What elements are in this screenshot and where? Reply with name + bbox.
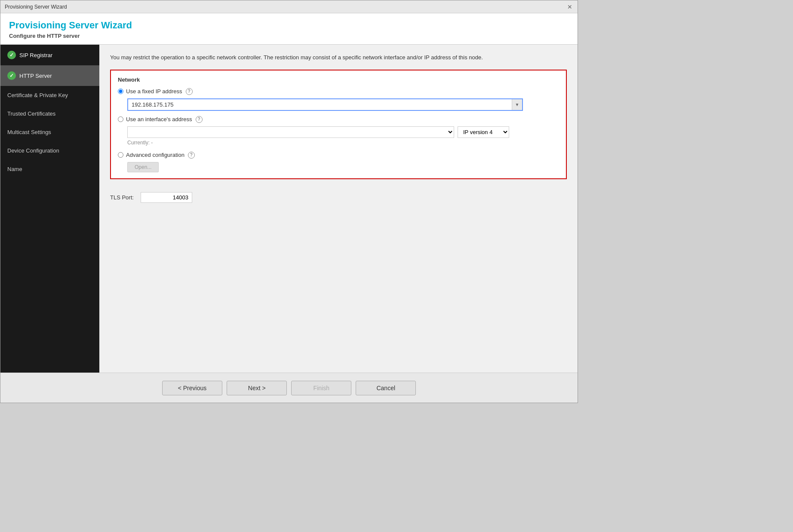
sidebar-label-sip-registrar: SIP Registrar	[19, 52, 52, 58]
sidebar: SIP Registrar HTTP Server Certificate & …	[0, 45, 99, 373]
interface-select[interactable]	[128, 127, 454, 138]
interface-radio[interactable]	[118, 116, 123, 122]
fixed-ip-radio[interactable]	[118, 89, 123, 94]
sidebar-label-name: Name	[7, 166, 22, 172]
ip-input-wrapper: ▼	[127, 98, 523, 111]
network-section-title: Network	[118, 76, 559, 83]
open-button[interactable]: Open...	[127, 162, 159, 172]
advanced-radio[interactable]	[118, 152, 123, 158]
next-button[interactable]: Next >	[227, 381, 287, 395]
sidebar-label-http-server: HTTP Server	[19, 73, 52, 79]
sidebar-label-certificate-private-key: Certificate & Private Key	[7, 92, 68, 98]
interface-radio-row: Use an interface's address ?	[118, 116, 559, 123]
tls-port-label: TLS Port:	[110, 194, 134, 201]
title-bar: Provisioning Server Wizard ✕	[0, 0, 578, 13]
ip-dropdown-arrow[interactable]: ▼	[512, 99, 522, 110]
footer: < Previous Next > Finish Cancel	[0, 373, 578, 403]
sidebar-label-multicast-settings: Multicast Settings	[7, 129, 51, 135]
content-area: SIP Registrar HTTP Server Certificate & …	[0, 45, 578, 373]
sidebar-item-certificate-private-key[interactable]: Certificate & Private Key	[0, 86, 99, 104]
ip-version-wrapper: IP version 4	[458, 126, 509, 138]
close-icon[interactable]: ✕	[566, 3, 573, 10]
title-bar-text: Provisioning Server Wizard	[5, 4, 67, 10]
sidebar-label-trusted-certificates: Trusted Certificates	[7, 110, 55, 117]
check-icon-http-server	[7, 71, 16, 80]
ip-version-select[interactable]: IP version 4	[458, 127, 509, 138]
interface-select-wrapper	[127, 126, 454, 138]
sidebar-item-sip-registrar[interactable]: SIP Registrar	[0, 45, 99, 65]
sidebar-item-multicast-settings[interactable]: Multicast Settings	[0, 123, 99, 141]
fixed-ip-radio-row: Use a fixed IP address ?	[118, 88, 559, 95]
advanced-radio-row: Advanced configuration ?	[118, 152, 559, 159]
ip-address-input[interactable]	[128, 99, 512, 110]
tls-port-row: TLS Port:	[110, 188, 567, 207]
description-text: You may restrict the operation to a spec…	[110, 53, 567, 62]
interface-label: Use an interface's address	[126, 116, 192, 122]
advanced-help-icon[interactable]: ?	[188, 152, 195, 159]
main-panel: You may restrict the operation to a spec…	[99, 45, 578, 373]
wizard-window: Provisioning Server Wizard ✕ Provisionin…	[0, 0, 578, 403]
sidebar-item-trusted-certificates[interactable]: Trusted Certificates	[0, 104, 99, 123]
advanced-label: Advanced configuration	[126, 152, 184, 158]
network-section: Network Use a fixed IP address ? ▼	[110, 70, 567, 179]
fixed-ip-help-icon[interactable]: ?	[186, 88, 193, 95]
interface-help-icon[interactable]: ?	[196, 116, 203, 123]
wizard-subtitle: Configure the HTTP server	[9, 33, 569, 39]
ip-input-row: ▼	[127, 98, 559, 111]
sidebar-item-http-server[interactable]: HTTP Server	[0, 65, 99, 86]
sidebar-label-device-configuration: Device Configuration	[7, 147, 59, 154]
finish-button[interactable]: Finish	[291, 381, 351, 395]
check-icon-sip-registrar	[7, 51, 16, 59]
previous-button[interactable]: < Previous	[162, 381, 223, 395]
currently-text: Currently: -	[127, 140, 559, 146]
sidebar-item-name[interactable]: Name	[0, 160, 99, 178]
sidebar-item-device-configuration[interactable]: Device Configuration	[0, 141, 99, 160]
interface-select-row: IP version 4	[127, 126, 559, 138]
tls-port-input[interactable]	[141, 192, 192, 203]
cancel-button[interactable]: Cancel	[356, 381, 416, 395]
fixed-ip-label: Use a fixed IP address	[126, 88, 182, 95]
wizard-title: Provisioning Server Wizard	[9, 20, 569, 31]
header: Provisioning Server Wizard Configure the…	[0, 13, 578, 45]
